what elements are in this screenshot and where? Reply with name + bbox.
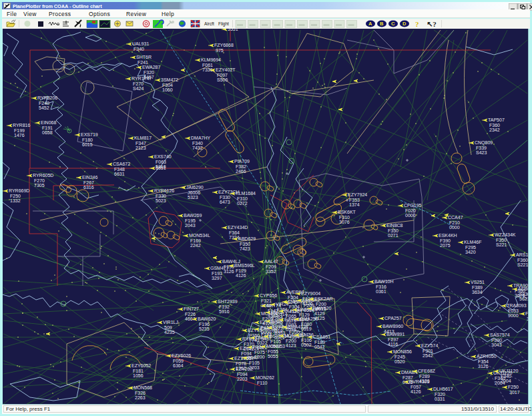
svg-text:D: D — [403, 21, 407, 27]
svg-text:Aircft: Aircft — [204, 21, 214, 26]
svg-text:↖?: ↖? — [427, 20, 437, 28]
svg-text:?: ? — [415, 20, 419, 28]
svg-text:B: B — [380, 21, 384, 27]
svg-text:C: C — [391, 21, 395, 27]
svg-text:A: A — [368, 21, 372, 27]
svg-text:Flight: Flight — [218, 21, 229, 27]
